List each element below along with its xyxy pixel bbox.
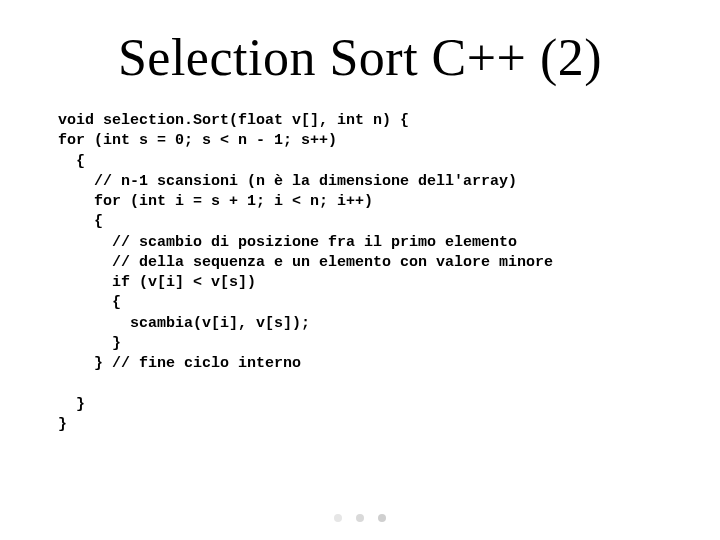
dot-icon	[334, 514, 342, 522]
dot-icon	[356, 514, 364, 522]
dot-icon	[378, 514, 386, 522]
pagination-dots	[334, 514, 386, 522]
page-title: Selection Sort C++ (2)	[50, 28, 670, 87]
slide: Selection Sort C++ (2) void selection.So…	[0, 0, 720, 540]
code-block: void selection.Sort(float v[], int n) { …	[58, 111, 670, 435]
